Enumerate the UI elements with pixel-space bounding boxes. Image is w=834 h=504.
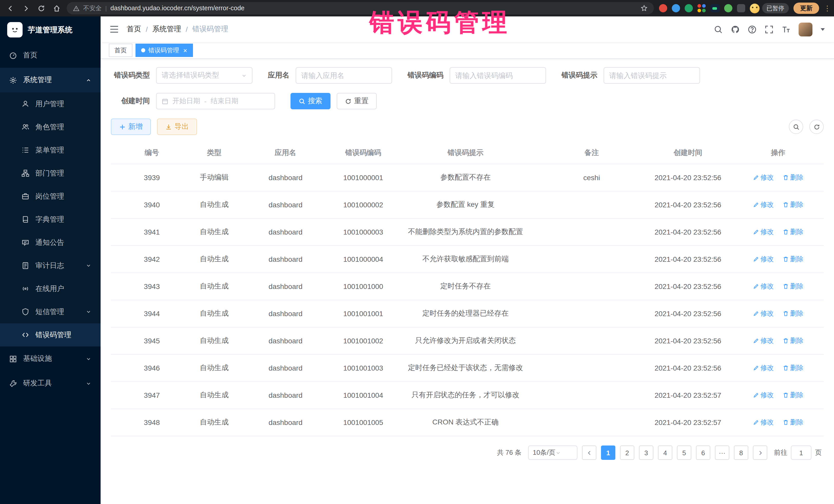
tab-home[interactable]: 首页 (109, 44, 132, 57)
delete-link[interactable]: 删除 (783, 255, 804, 264)
sidebar-item-departments[interactable]: 部门管理 (0, 162, 101, 185)
edit-link[interactable]: 修改 (753, 309, 774, 318)
sidebar-item-label: 通知公告 (36, 238, 64, 247)
delete-link[interactable]: 删除 (783, 336, 804, 345)
edit-link[interactable]: 修改 (753, 282, 774, 291)
help-icon[interactable] (748, 25, 756, 34)
extension-drop-icon[interactable] (672, 4, 680, 12)
error-hint-input[interactable] (603, 67, 700, 84)
reload-icon[interactable] (36, 3, 46, 13)
sidebar-item-roles[interactable]: 角色管理 (0, 115, 101, 138)
more-pages-button[interactable]: ··· (715, 445, 729, 460)
cell-app: dashboard (236, 409, 335, 436)
sidebar-toggle-icon[interactable] (110, 26, 118, 33)
extensions-row: 已暂停 更新 ⋮ (659, 3, 829, 14)
back-icon[interactable] (5, 3, 15, 13)
sidebar-item-infrastructure[interactable]: 基础设施 (0, 346, 101, 371)
edit-link[interactable]: 修改 (753, 200, 774, 210)
app-name-input[interactable] (295, 67, 392, 84)
reset-button[interactable]: 重置 (337, 93, 377, 109)
security-warning-icon[interactable] (73, 5, 80, 12)
app-logo[interactable]: 芋道管理系统 (0, 17, 101, 43)
avatar-caret-icon[interactable] (821, 28, 825, 30)
edit-link[interactable]: 修改 (753, 173, 774, 182)
add-button[interactable]: 新增 (111, 118, 151, 135)
delete-link[interactable]: 删除 (783, 200, 804, 210)
edit-link[interactable]: 修改 (753, 391, 774, 400)
sidebar-item-error-code[interactable]: 错误码管理 (0, 323, 101, 346)
sidebar-item-notices[interactable]: 通知公告 (0, 231, 101, 254)
paused-badge[interactable]: 已暂停 (762, 3, 789, 13)
user-avatar[interactable] (798, 22, 812, 36)
prev-page-button[interactable] (582, 445, 596, 460)
delete-link[interactable]: 删除 (783, 173, 804, 182)
page-button-3[interactable]: 3 (639, 445, 653, 460)
delete-link[interactable]: 删除 (783, 418, 804, 427)
delete-link[interactable]: 删除 (783, 364, 804, 373)
goto-page-input[interactable] (791, 445, 811, 460)
delete-link[interactable]: 删除 (783, 391, 804, 400)
search-button[interactable]: 搜索 (290, 93, 331, 109)
shield-icon (22, 308, 29, 316)
delete-link[interactable]: 删除 (783, 227, 804, 237)
sidebar-item-positions[interactable]: 岗位管理 (0, 185, 101, 208)
next-page-button[interactable] (753, 445, 767, 460)
toggle-search-button[interactable] (789, 119, 803, 134)
extension-v-icon[interactable] (684, 4, 693, 12)
edit-icon (753, 419, 759, 425)
profile-avatar-icon[interactable] (750, 3, 759, 13)
bookmark-star-icon[interactable] (640, 5, 648, 12)
browser-menu-icon[interactable]: ⋮ (824, 7, 829, 9)
refresh-table-button[interactable] (809, 119, 824, 134)
breadcrumb-system[interactable]: 系统管理 (152, 25, 181, 34)
sidebar-item-online-users[interactable]: 在线用户 (0, 277, 101, 300)
sidebar-item-dev-tools[interactable]: 研发工具 (0, 371, 101, 396)
page-button-8[interactable]: 8 (734, 445, 748, 460)
extension-record-icon[interactable] (659, 4, 667, 12)
extension-on-icon[interactable] (710, 4, 719, 12)
error-code-input[interactable] (449, 67, 546, 84)
page-button-2[interactable]: 2 (620, 445, 634, 460)
sidebar-item-system[interactable]: 系统管理 (0, 68, 101, 92)
delete-link[interactable]: 删除 (783, 309, 804, 318)
edit-link[interactable]: 修改 (753, 336, 774, 345)
page-button-1[interactable]: 1 (601, 445, 615, 460)
sidebar-item-home[interactable]: 首页 (0, 43, 101, 68)
breadcrumb-home[interactable]: 首页 (127, 25, 141, 34)
table-header-row: 编号 类型 应用名 错误码编码 错误码提示 备注 创建时间 操作 (111, 142, 824, 164)
fullscreen-icon[interactable] (765, 25, 773, 34)
page-button-4[interactable]: 4 (658, 445, 672, 460)
page-button-5[interactable]: 5 (677, 445, 691, 460)
delete-link[interactable]: 删除 (783, 282, 804, 291)
extension-people-icon[interactable] (697, 4, 705, 12)
edit-link[interactable]: 修改 (753, 418, 774, 427)
page-button-6[interactable]: 6 (696, 445, 710, 460)
create-time-range-picker[interactable]: 开始日期 - 结束日期 (156, 93, 275, 109)
sidebar-item-label: 短信管理 (36, 307, 64, 316)
edit-link[interactable]: 修改 (753, 364, 774, 373)
export-button[interactable]: 导出 (157, 118, 197, 135)
home-icon[interactable] (51, 3, 62, 13)
sidebar-item-audit-log[interactable]: 审计日志 (0, 254, 101, 277)
page-size-select[interactable]: 10条/页 (528, 445, 577, 460)
url-bar[interactable]: 不安全 | dashboard.yudao.iocoder.cn/system/… (67, 2, 654, 14)
extension-leaf-icon[interactable] (724, 4, 732, 12)
sidebar-item-dictionary[interactable]: 字典管理 (0, 208, 101, 231)
book-icon (22, 216, 29, 223)
search-icon[interactable] (714, 25, 723, 34)
sidebar-item-menus[interactable]: 菜单管理 (0, 138, 101, 162)
error-type-select[interactable]: 请选择错误码类型 (156, 67, 253, 84)
github-icon[interactable] (731, 25, 740, 34)
tab-error-code[interactable]: 错误码管理 × (135, 44, 193, 57)
cell-app: dashboard (236, 191, 335, 218)
edit-link[interactable]: 修改 (753, 255, 774, 264)
forward-icon[interactable] (21, 3, 31, 13)
cell-code: 1001001002 (335, 327, 391, 354)
sidebar-item-sms[interactable]: 短信管理 (0, 300, 101, 323)
extension-puzzle-icon[interactable] (737, 4, 745, 12)
tab-close-icon[interactable]: × (183, 47, 187, 53)
sidebar-item-users[interactable]: 用户管理 (0, 92, 101, 115)
font-size-icon[interactable] (782, 25, 790, 34)
update-button[interactable]: 更新 (793, 3, 819, 14)
edit-link[interactable]: 修改 (753, 227, 774, 237)
